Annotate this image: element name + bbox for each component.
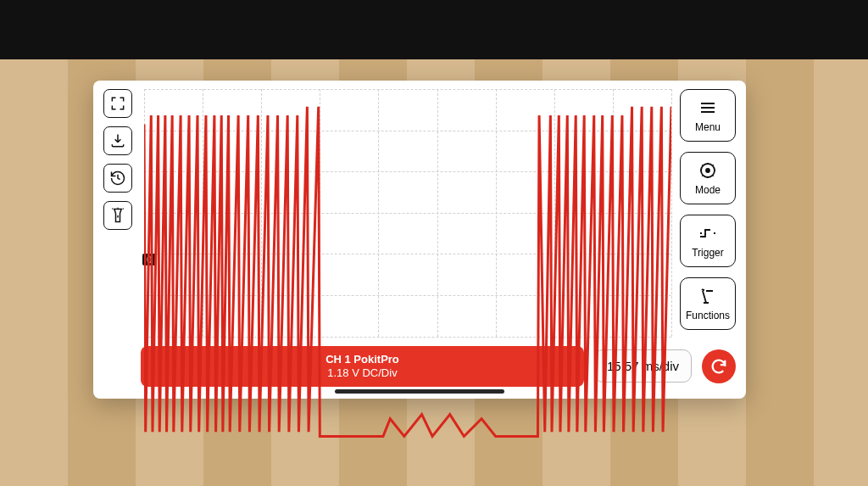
right-toolbar: Menu Mode Trigger Functions <box>680 89 736 338</box>
menu-button[interactable]: Menu <box>680 89 736 142</box>
graph-area[interactable]: 0 <box>144 89 671 338</box>
waveform-trace <box>144 89 671 486</box>
refresh-button[interactable] <box>702 349 736 383</box>
refresh-icon <box>709 357 728 376</box>
flashlight-icon <box>109 207 126 224</box>
functions-label: Functions <box>686 310 730 321</box>
functions-button[interactable]: Functions <box>680 277 736 330</box>
trigger-label: Trigger <box>692 247 724 259</box>
fullscreen-icon <box>109 95 126 112</box>
trigger-button[interactable]: Trigger <box>680 215 736 267</box>
download-icon <box>109 132 126 149</box>
fullscreen-button[interactable] <box>103 89 132 118</box>
menu-icon <box>698 98 718 118</box>
history-icon <box>109 170 126 187</box>
history-button[interactable] <box>103 164 132 193</box>
mode-button[interactable]: Mode <box>680 152 736 204</box>
mode-dial-icon <box>698 160 718 181</box>
menu-label: Menu <box>695 121 721 133</box>
left-toolbar <box>103 89 136 338</box>
mode-label: Mode <box>695 184 721 196</box>
functions-icon <box>698 286 718 306</box>
home-indicator <box>335 389 504 394</box>
download-button[interactable] <box>103 126 132 155</box>
app-body: 0 Menu Mode Trigger Functions <box>93 81 746 338</box>
trigger-icon <box>698 223 718 243</box>
svg-point-1 <box>706 169 709 172</box>
flashlight-button[interactable] <box>103 201 132 230</box>
oscilloscope-app: 0 Menu Mode Trigger Functions <box>93 81 746 399</box>
